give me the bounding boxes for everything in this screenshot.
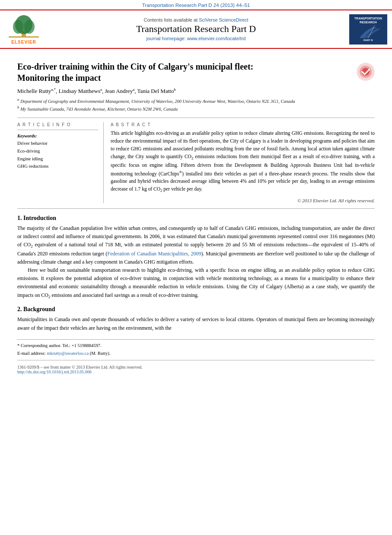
- svg-point-3: [24, 20, 35, 34]
- keywords-label: Keywords:: [17, 134, 98, 138]
- trd-logo-right: TRANSPORTATIONRESEARCH PART D: [349, 14, 388, 45]
- main-content: Eco-driver training within the City of C…: [0, 49, 392, 379]
- elsevier-logo-left: ELSEVIER: [4, 14, 43, 45]
- elsevier-tree-icon: [9, 14, 39, 40]
- section-divider: [17, 208, 375, 209]
- corresponding-note: * Corresponding author. Tel.: +1 5198884…: [17, 342, 375, 349]
- intro-para-1: The majority of the Canadian population …: [17, 224, 375, 267]
- doi-link[interactable]: http://dx.doi.org/10.1016/j.trd.2013.05.…: [17, 369, 92, 374]
- crossmark-icon: [357, 63, 375, 81]
- trd-logo-part: PART D: [363, 39, 373, 41]
- email-note: E-mail address: mkrutty@uwaterloo.ca (M.…: [17, 350, 375, 357]
- abstract-column: A B S T R A C T This article highlights …: [111, 122, 375, 203]
- trd-logo-text: TRANSPORTATIONRESEARCH: [354, 17, 382, 24]
- issn-line: 1361-9209/$ – see front matter © 2013 El…: [17, 365, 375, 369]
- intro-para-2: Here we build on sustainable transportat…: [17, 266, 375, 300]
- article-title-section: Eco-driver training within the City of C…: [17, 61, 375, 83]
- keyword-1: Driver behavior: [17, 140, 98, 147]
- email-link[interactable]: mkrutty@uwaterloo.ca: [47, 351, 89, 356]
- abstract-heading: A B S T R A C T: [111, 122, 375, 127]
- crossmark-badge[interactable]: [357, 63, 375, 83]
- footer-section: * Corresponding author. Tel.: +1 5198884…: [17, 339, 375, 375]
- article-info-heading: A R T I C L E I N F O: [17, 122, 98, 127]
- trd-road-icon: [355, 25, 381, 38]
- article-info-abstract: A R T I C L E I N F O Keywords: Driver b…: [17, 118, 375, 203]
- elsevier-wordmark: ELSEVIER: [11, 40, 36, 45]
- article-info-column: A R T I C L E I N F O Keywords: Driver b…: [17, 122, 104, 203]
- contents-available-line: Contents lists available at SciVerse Sci…: [48, 17, 344, 22]
- section-1-title: 1. Introduction: [17, 215, 375, 222]
- section-2-title: 2. Background: [17, 306, 375, 313]
- sciverse-link[interactable]: SciVerse ScienceDirect: [199, 17, 248, 22]
- header-center: Contents lists available at SciVerse Sci…: [48, 17, 344, 41]
- background-para-1: Municipalities in Canada own and operate…: [17, 315, 375, 332]
- header-banner: ELSEVIER Contents lists available at Sci…: [0, 10, 392, 49]
- affiliations: a Department of Geography and Environmen…: [17, 97, 375, 113]
- authors-line: Michelle Ruttya,*, Lindsay Matthewsa, Je…: [17, 87, 375, 96]
- svg-point-2: [13, 20, 23, 34]
- abstract-text: This article highlights eco-driving as a…: [111, 130, 375, 194]
- keyword-4: GHG reductions: [17, 162, 98, 170]
- doi-line: http://dx.doi.org/10.1016/j.trd.2013.05.…: [17, 369, 375, 374]
- svg-rect-4: [9, 36, 39, 38]
- journal-title: Transportation Research Part D: [48, 23, 344, 35]
- journal-reference: Transportation Research Part D 24 (2013)…: [0, 0, 392, 10]
- keyword-3: Engine idling: [17, 155, 98, 163]
- keyword-2: Eco-driving: [17, 147, 98, 155]
- article-title: Eco-driver training within the City of C…: [17, 61, 352, 83]
- copyright-line: © 2013 Elsevier Ltd. All rights reserved…: [111, 198, 375, 203]
- journal-homepage: journal homepage: www.elsevier.com/locat…: [48, 36, 344, 41]
- ref-link-1[interactable]: Federation of Canadian Municipalities, 2…: [107, 251, 201, 257]
